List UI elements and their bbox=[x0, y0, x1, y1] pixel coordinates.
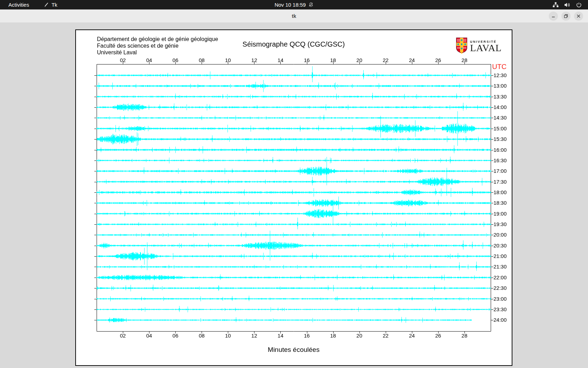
activities-label: Activities bbox=[8, 2, 29, 8]
x-tick-label-bottom: 22 bbox=[380, 333, 391, 339]
x-tick-label-bottom: 10 bbox=[222, 333, 233, 339]
clock-menu[interactable]: Nov 10 18:59 bbox=[272, 1, 316, 8]
trace-time-label: 17:00 bbox=[493, 168, 507, 174]
trace-time-label: 12:30 bbox=[493, 72, 507, 78]
window-title: tk bbox=[292, 13, 296, 19]
trace-time-label: 14:00 bbox=[493, 104, 507, 110]
x-tick-label-bottom: 14 bbox=[275, 333, 286, 339]
trace-time-label: 23:30 bbox=[493, 306, 507, 312]
trace-time-label: 18:00 bbox=[493, 189, 507, 195]
x-tick-label-top: 14 bbox=[275, 57, 286, 63]
x-tick-label-bottom: 08 bbox=[196, 333, 207, 339]
x-axis-title: Minutes écoulées bbox=[224, 346, 364, 354]
trace-time-label: 16:30 bbox=[493, 157, 507, 163]
trace-time-label: 13:30 bbox=[493, 94, 507, 100]
header-line-3: Université Laval bbox=[97, 49, 218, 56]
trace-time-label: 15:00 bbox=[493, 125, 507, 131]
restore-button[interactable] bbox=[561, 12, 570, 21]
trace-time-label: 15:30 bbox=[493, 136, 507, 142]
close-button[interactable] bbox=[574, 12, 583, 21]
trace-time-label: 22:30 bbox=[493, 285, 507, 291]
x-tick-label-top: 18 bbox=[328, 57, 339, 63]
trace-time-label: 21:30 bbox=[493, 264, 507, 270]
activities-button[interactable]: Activities bbox=[6, 1, 32, 8]
tk-window-client: Département de géologie et de génie géol… bbox=[0, 22, 588, 368]
x-tick-label-top: 12 bbox=[248, 57, 260, 63]
utc-label: UTC bbox=[492, 63, 506, 71]
minimize-button[interactable] bbox=[549, 12, 558, 21]
tk-feather-icon bbox=[44, 2, 49, 7]
x-tick-label-bottom: 04 bbox=[144, 333, 155, 339]
universite-laval-logo: UNIVERSITÉ LAVAL bbox=[456, 37, 502, 55]
plot-title: Séismographe QCQ (CGC/GSC) bbox=[192, 40, 395, 48]
trace-time-label: 21:00 bbox=[493, 253, 507, 259]
gnome-top-bar: Activities Tk Nov 10 18:59 bbox=[0, 0, 588, 9]
logo-laval-text: LAVAL bbox=[470, 43, 502, 53]
trace-time-label: 19:00 bbox=[493, 211, 507, 217]
x-tick-label-top: 10 bbox=[222, 57, 233, 63]
wired-network-icon[interactable] bbox=[553, 2, 559, 8]
trace-time-label: 22:00 bbox=[493, 274, 507, 280]
trace-time-label: 18:30 bbox=[493, 200, 507, 206]
x-tick-label-bottom: 28 bbox=[459, 333, 470, 339]
volume-icon[interactable] bbox=[564, 2, 570, 8]
x-tick-label-bottom: 12 bbox=[248, 333, 260, 339]
window-title-bar[interactable]: tk bbox=[0, 9, 588, 23]
trace-time-label: 16:00 bbox=[493, 147, 507, 153]
clock-label: Nov 10 18:59 bbox=[274, 2, 306, 8]
trace-time-label: 14:30 bbox=[493, 115, 507, 121]
x-tick-label-bottom: 26 bbox=[433, 333, 444, 339]
x-tick-label-top: 22 bbox=[380, 57, 391, 63]
x-tick-label-bottom: 18 bbox=[328, 333, 339, 339]
trace-time-label: 24:00 bbox=[493, 317, 507, 323]
app-menu[interactable]: Tk bbox=[41, 1, 60, 8]
x-tick-label-bottom: 02 bbox=[117, 333, 128, 339]
trace-time-label: 23:00 bbox=[493, 296, 507, 302]
x-tick-label-top: 08 bbox=[196, 57, 207, 63]
app-menu-label: Tk bbox=[51, 2, 57, 8]
seismograph-canvas-area: Département de géologie et de génie géol… bbox=[75, 29, 512, 366]
x-tick-label-top: 28 bbox=[459, 57, 470, 63]
x-tick-label-bottom: 06 bbox=[170, 333, 181, 339]
trace-time-label: 19:30 bbox=[493, 221, 507, 227]
trace-time-label: 20:30 bbox=[493, 243, 507, 248]
x-tick-label-top: 02 bbox=[117, 57, 128, 63]
x-tick-label-top: 24 bbox=[406, 57, 418, 63]
trace-time-label: 20:00 bbox=[493, 232, 507, 238]
x-tick-label-bottom: 24 bbox=[406, 333, 418, 339]
x-tick-label-top: 26 bbox=[433, 57, 444, 63]
x-tick-label-top: 04 bbox=[144, 57, 155, 63]
notifications-muted-bell-icon bbox=[308, 2, 314, 7]
seismogram-plot bbox=[76, 30, 512, 365]
x-tick-label-top: 06 bbox=[170, 57, 181, 63]
trace-time-label: 13:00 bbox=[493, 83, 507, 89]
laval-shield-icon bbox=[456, 37, 468, 55]
x-tick-label-top: 20 bbox=[354, 57, 365, 63]
power-icon[interactable] bbox=[576, 2, 582, 8]
x-tick-label-top: 16 bbox=[301, 57, 313, 63]
trace-time-label: 17:30 bbox=[493, 179, 507, 185]
x-tick-label-bottom: 20 bbox=[354, 333, 365, 339]
x-tick-label-bottom: 16 bbox=[301, 333, 313, 339]
